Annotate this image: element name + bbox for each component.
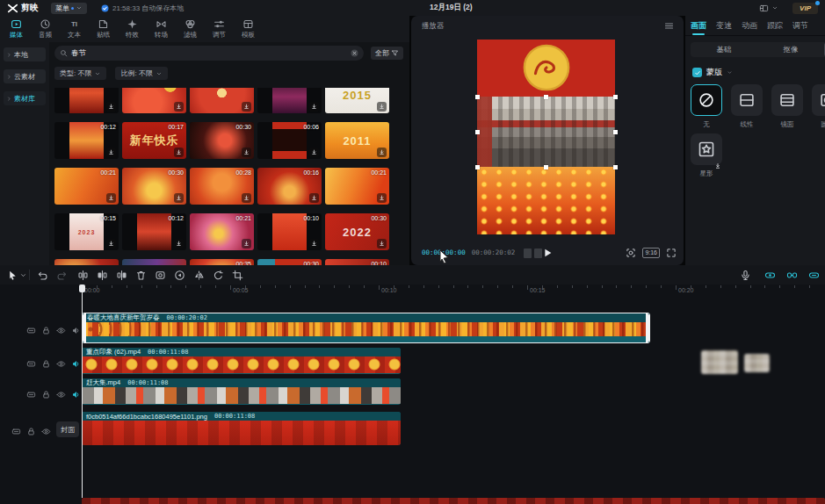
layout-switch-button[interactable] [753, 3, 784, 14]
media-thumbnail[interactable]: 202200:30 [325, 213, 389, 250]
mask-option-线性[interactable] [731, 84, 763, 116]
menu-button[interactable]: 菜单 [51, 3, 87, 14]
split-keep-left-button[interactable] [95, 268, 109, 282]
track-toggle-icon[interactable] [26, 356, 36, 366]
download-icon[interactable] [377, 148, 387, 157]
selection-handle[interactable] [544, 165, 548, 169]
sidebar-item-云素材[interactable]: 云素材 [4, 69, 46, 83]
filter-pill[interactable]: 比例: 不限 [115, 67, 167, 80]
selection-handle[interactable] [613, 95, 618, 99]
media-thumbnail[interactable]: 00:16 [257, 168, 322, 205]
media-thumbnail[interactable]: 新年快乐00:17 [122, 122, 186, 159]
undo-button[interactable] [35, 268, 49, 282]
media-thumbnail[interactable] [190, 88, 254, 113]
download-icon[interactable] [309, 102, 319, 112]
properties-tab-调节[interactable]: 调节 [792, 16, 808, 35]
tab-特效[interactable]: 特效 [118, 16, 147, 42]
download-icon[interactable] [106, 148, 116, 157]
download-icon[interactable] [377, 239, 387, 248]
properties-tab-画面[interactable]: 画面 [691, 16, 706, 35]
preview-axis-toggle[interactable] [763, 268, 777, 282]
media-thumbnail[interactable] [54, 88, 119, 113]
prev-frame-button[interactable] [524, 248, 532, 258]
preview-video[interactable] [477, 40, 615, 234]
timeline-clip[interactable]: 春暖大地喜庆新年贺岁春00:00:20:02 [82, 313, 650, 343]
play-button[interactable] [541, 247, 554, 259]
sidebar-item-素材库[interactable]: 素材库 [4, 91, 46, 105]
filter-all-button[interactable]: 全部 [371, 47, 403, 60]
clear-search-button[interactable] [351, 49, 358, 57]
tab-转场[interactable]: 转场 [147, 16, 176, 42]
download-icon[interactable] [242, 148, 251, 157]
media-thumbnail[interactable] [257, 88, 322, 113]
timeline-clip[interactable]: 赶大集.mp400:00:11:08 [82, 378, 401, 405]
eye-icon[interactable] [41, 424, 51, 434]
auto-snap-toggle[interactable] [785, 268, 799, 282]
tab-滤镜[interactable]: 滤镜 [176, 16, 205, 42]
selection-handle[interactable] [613, 165, 618, 169]
media-thumbnail[interactable]: 00:21 [54, 168, 119, 205]
selection-handle[interactable] [475, 95, 480, 99]
linkage-toggle[interactable] [807, 268, 821, 282]
split-button[interactable] [76, 268, 90, 282]
search-input[interactable]: 春节 [54, 46, 364, 61]
eye-icon[interactable] [56, 323, 66, 333]
mask-option-无[interactable] [691, 84, 722, 116]
media-thumbnail[interactable]: 2015 [325, 88, 389, 113]
split-keep-right-button[interactable] [114, 268, 128, 282]
crop-button[interactable] [230, 268, 244, 282]
select-tool-dropdown[interactable] [18, 268, 27, 282]
tab-音频[interactable]: 音频 [31, 16, 60, 42]
reverse-button[interactable] [172, 268, 186, 282]
download-icon[interactable] [106, 102, 116, 112]
media-thumbnail[interactable]: 00:06 [257, 122, 322, 159]
mask-option-镜面[interactable] [771, 84, 803, 116]
filter-pill[interactable]: 类型: 不限 [54, 67, 106, 80]
media-thumbnail[interactable] [122, 88, 186, 113]
tab-文本[interactable]: TI文本 [60, 16, 89, 42]
tab-调节[interactable]: 调节 [205, 16, 234, 42]
media-thumbnail[interactable]: 00:30 [190, 122, 254, 159]
delete-button[interactable] [134, 268, 148, 282]
eye-icon[interactable] [56, 356, 66, 366]
aspect-ratio-button[interactable]: 9:16 [642, 248, 660, 258]
media-thumbnail[interactable]: 00:10 [257, 213, 322, 250]
download-icon[interactable] [174, 239, 184, 248]
mask-checkbox[interactable] [692, 68, 702, 77]
timeline-ruler[interactable]: 00:0000:0500:1000:1500:20 [0, 284, 825, 297]
track-toggle-icon[interactable] [26, 323, 36, 333]
subtab-基础[interactable]: 基础 [691, 42, 757, 57]
mirror-button[interactable] [192, 268, 206, 282]
download-icon[interactable] [106, 239, 116, 248]
track-toggle-icon[interactable] [11, 424, 21, 434]
mask-option-圆形[interactable] [812, 84, 825, 116]
speaker-icon[interactable] [71, 356, 81, 366]
speaker-icon[interactable] [71, 323, 81, 333]
player-menu-button[interactable] [663, 20, 675, 32]
media-thumbnail[interactable]: 00:30 [122, 168, 186, 205]
timeline-clip[interactable]: f0cb0514af66d1bcabc1680495e1101.png00:00… [82, 412, 401, 445]
fit-canvas-icon[interactable] [626, 248, 636, 258]
properties-tab-动画[interactable]: 动画 [742, 16, 757, 35]
tab-媒体[interactable]: 媒体 [2, 16, 31, 42]
media-thumbnail[interactable]: 00:21 [325, 168, 389, 205]
media-thumbnail[interactable]: 00:12 [54, 122, 119, 159]
cover-button[interactable]: 封面 [56, 421, 79, 437]
download-icon[interactable] [309, 148, 319, 157]
download-icon[interactable] [174, 193, 184, 203]
lock-icon[interactable] [41, 323, 51, 333]
media-thumbnail[interactable] [54, 259, 119, 265]
fullscreen-icon[interactable] [666, 248, 677, 258]
download-icon[interactable] [309, 193, 319, 203]
media-thumbnail[interactable]: 00:21 [190, 213, 254, 250]
media-thumbnail[interactable]: 202300:15 [54, 213, 119, 250]
track-toggle-icon[interactable] [26, 387, 36, 397]
media-thumbnail[interactable] [122, 259, 186, 265]
mask-option-星形[interactable] [691, 133, 722, 165]
rotate-button[interactable] [211, 268, 225, 282]
selection-handle[interactable] [544, 95, 548, 99]
subtab-抠像[interactable]: 抠像 [757, 42, 824, 57]
media-thumbnail[interactable]: 00:12 [122, 213, 186, 250]
timeline-clip[interactable]: 重点印象 (62).mp400:00:11:08 [82, 348, 401, 374]
sidebar-item-本地[interactable]: 本地 [4, 47, 46, 61]
